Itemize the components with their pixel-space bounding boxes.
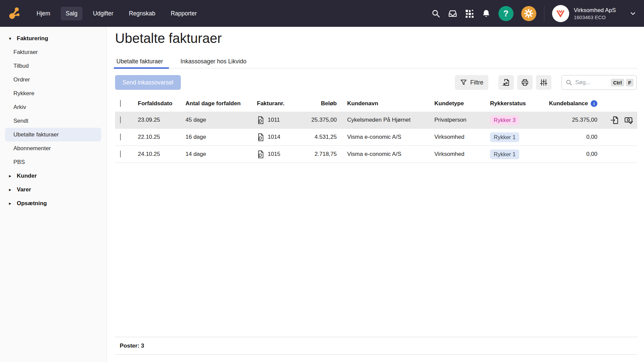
row-actions: [597, 116, 637, 125]
col-antal-dage[interactable]: Antal dage forfalden: [185, 100, 257, 107]
record-count: Poster: 3: [115, 343, 144, 349]
company-avatar: [552, 5, 569, 22]
customer-type: Virksomhed: [434, 134, 490, 140]
customer-name: Visma e-conomic A/S: [337, 134, 434, 140]
export-document-icon: [502, 78, 510, 86]
sidebar-item-ordrer[interactable]: Ordrer: [5, 73, 101, 86]
main-content: Ubetalte fakturaer Ubetalte fakturaer In…: [107, 27, 644, 362]
caret-down-icon: ▾: [9, 36, 14, 41]
invoice-document-icon[interactable]: [257, 133, 265, 141]
invoice-document-icon[interactable]: [257, 116, 265, 124]
tab-bar: Ubetalte fakturaer Inkassosager hos Likv…: [115, 55, 637, 68]
due-date: 23.09.25: [138, 117, 185, 123]
sidebar: ▾FaktureringFakturaerTilbudOrdrerRykkere…: [0, 27, 107, 362]
send-inkassovarsel-button[interactable]: Send inkassovarsel: [115, 75, 181, 90]
tab-ubetalte-fakturaer[interactable]: Ubetalte fakturaer: [115, 55, 164, 68]
kbd-f: F: [626, 79, 634, 86]
col-forfaldsdato[interactable]: Forfaldsdato: [138, 100, 185, 107]
customer-type: Virksomhed: [434, 151, 490, 158]
days-overdue: 16 dage: [185, 134, 257, 140]
send-to-invoice-icon[interactable]: [610, 116, 619, 125]
inbox-icon[interactable]: [448, 9, 457, 18]
reminder-status-badge: Rykker 1: [490, 149, 519, 159]
nav-item-rapporter[interactable]: Rapporter: [166, 7, 202, 20]
column-settings-button[interactable]: [536, 75, 551, 90]
row-checkbox[interactable]: [120, 116, 121, 123]
due-date: 24.10.25: [138, 151, 185, 158]
reminder-status-badge: Rykker 1: [490, 132, 519, 142]
caret-right-icon: ▸: [9, 201, 14, 206]
sliders-icon: [540, 78, 548, 86]
search-input[interactable]: [575, 79, 609, 86]
topbar: HjemSalgUdgifterRegnskabRapporter ?: [0, 0, 644, 27]
row-checkbox[interactable]: [120, 150, 121, 158]
settings-gear-icon[interactable]: [521, 6, 536, 21]
search-icon[interactable]: [431, 9, 440, 18]
export-button[interactable]: [498, 75, 514, 90]
sidebar-item-tilbud[interactable]: Tilbud: [5, 59, 101, 73]
help-button[interactable]: ?: [498, 6, 514, 21]
notifications-bell-icon[interactable]: [482, 9, 491, 18]
row-checkbox[interactable]: [120, 133, 121, 140]
toolbar: Send inkassovarsel Filtre: [115, 75, 637, 90]
sidebar-item-rykkere[interactable]: Rykkere: [5, 86, 101, 100]
sidebar-section-fakturering[interactable]: ▾Fakturering: [5, 32, 101, 45]
sidebar-item-fakturaer[interactable]: Fakturaer: [5, 45, 101, 59]
table-footer: Poster: 3: [115, 337, 637, 355]
amount: 2.718,75: [307, 151, 337, 158]
nav-item-salg[interactable]: Salg: [61, 7, 83, 20]
print-button[interactable]: [517, 75, 533, 90]
main-nav: HjemSalgUdgifterRegnskabRapporter: [32, 7, 202, 20]
company-name: Virksomhed ApS: [574, 7, 616, 14]
due-date: 22.10.25: [138, 134, 185, 140]
company-id: 1603463 ECO: [574, 14, 616, 20]
sidebar-item-sendt[interactable]: Sendt: [5, 114, 101, 128]
caret-right-icon: ▸: [9, 174, 14, 178]
register-payment-icon[interactable]: [624, 116, 633, 125]
invoice-number: 1015: [268, 151, 280, 158]
invoices-table: Forfaldsdato Antal dage forfalden Faktur…: [115, 96, 637, 163]
customer-balance: 0,00: [538, 151, 597, 158]
tab-inkassosager[interactable]: Inkassosager hos Likvido: [179, 55, 248, 68]
table-row[interactable]: 22.10.25 16 dage 1014 4.531,25 Visma e-c…: [115, 129, 637, 146]
invoice-document-icon[interactable]: [257, 150, 265, 159]
table-row[interactable]: 23.09.25 45 dage 1011 25.375,00 Cykelsme…: [115, 112, 637, 129]
nav-item-hjem[interactable]: Hjem: [32, 7, 55, 20]
customer-name: Cykelsmeden På Hjørnet: [337, 117, 434, 123]
topbar-right: ? Virksomhed ApS 1: [431, 5, 644, 22]
customer-type: Privatperson: [434, 117, 490, 123]
toolbar-right: Filtre: [455, 75, 637, 90]
sidebar-item-pbs[interactable]: PBS: [5, 155, 101, 169]
chevron-down-icon[interactable]: [629, 10, 637, 17]
amount: 25.375,00: [307, 117, 337, 123]
filter-button[interactable]: Filtre: [455, 75, 488, 90]
col-fakturanr[interactable]: Fakturanr.: [257, 100, 307, 107]
nav-item-udgifter[interactable]: Udgifter: [88, 7, 118, 20]
customer-balance: 25.375,00: [538, 117, 597, 123]
amount: 4.531,25: [307, 134, 337, 140]
filter-button-label: Filtre: [470, 79, 483, 86]
col-kundenavn[interactable]: Kundenavn: [337, 100, 434, 107]
company-switcher[interactable]: Virksomhed ApS 1603463 ECO: [552, 5, 637, 22]
col-rykkerstatus[interactable]: Rykkerstatus: [490, 100, 538, 107]
sidebar-section-kunder[interactable]: ▸Kunder: [5, 169, 101, 183]
sidebar-section-varer[interactable]: ▸Varer: [5, 183, 101, 196]
customer-balance: 0,00: [538, 134, 597, 140]
col-kundebalance[interactable]: Kundebalance i: [538, 100, 597, 107]
col-kundetype[interactable]: Kundetype: [434, 100, 490, 107]
sidebar-item-abonnementer[interactable]: Abonnementer: [5, 141, 101, 155]
search-icon: [566, 79, 573, 86]
sidebar-item-ubetalte-fakturaer[interactable]: Ubetalte fakturaer: [5, 128, 101, 141]
e-conomic-logo-icon[interactable]: [8, 6, 22, 21]
nav-item-regnskab[interactable]: Regnskab: [124, 7, 160, 20]
select-all-checkbox[interactable]: [120, 100, 121, 107]
sidebar-section-opsætning[interactable]: ▸Opsætning: [5, 196, 101, 210]
info-icon[interactable]: i: [591, 100, 597, 107]
sidebar-item-arkiv[interactable]: Arkiv: [5, 100, 101, 114]
caret-right-icon: ▸: [9, 187, 14, 192]
table-row[interactable]: 24.10.25 14 dage 1015 2.718,75 Visma e-c…: [115, 146, 637, 163]
col-belob[interactable]: Beløb: [307, 100, 337, 107]
topbar-divider: [544, 6, 544, 21]
apps-grid-icon[interactable]: [465, 9, 474, 18]
reminder-status-badge: Rykker 3: [490, 115, 519, 125]
